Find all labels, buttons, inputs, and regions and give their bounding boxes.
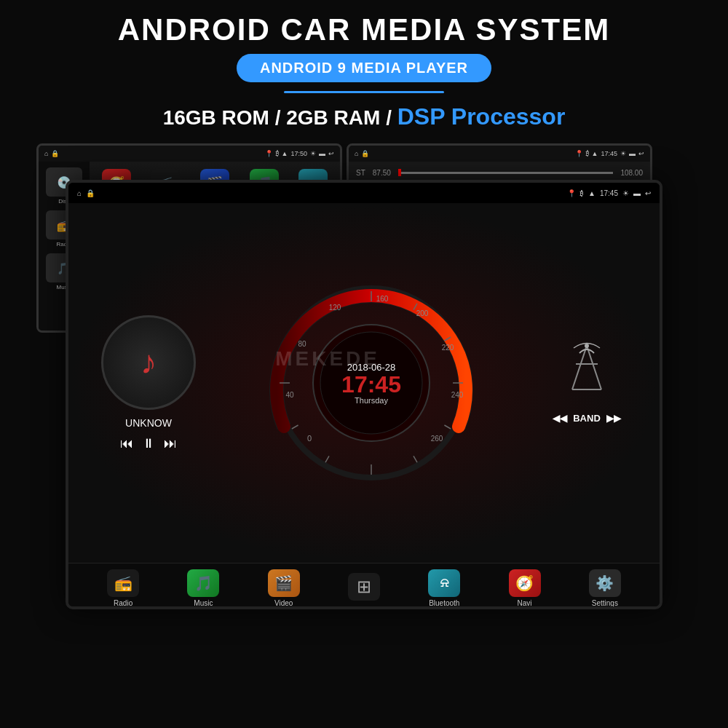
music-right-panel: ◀◀ BAND ▶▶ (514, 203, 660, 563)
svg-line-5 (444, 425, 451, 429)
st-label: ST (356, 169, 365, 177)
main-home-icon: ⌂ (77, 189, 82, 197)
main-battery-icon: ▬ (633, 189, 641, 197)
wifi-icon-r: ▲ (592, 150, 598, 157)
battery-icon-r: ▬ (629, 150, 636, 157)
svg-text:120: 120 (329, 304, 341, 312)
bt-icon: ₿ (276, 150, 279, 157)
back-icon: ↩ (328, 150, 334, 157)
main-time: 17:45 (600, 189, 618, 197)
screens-area: ⌂ 🔒 📍 ₿ ▲ 17:50 ☀ ▬ ↩ 💿 Disc (0, 143, 728, 638)
dsp-text: DSP Processor (397, 103, 566, 130)
main-status-left: ⌂ 🔒 (77, 189, 95, 197)
next-track-icon[interactable]: ⏭ (164, 436, 177, 451)
band-next-icon[interactable]: ▶▶ (606, 413, 621, 424)
right-status-right: 📍 ₿ ▲ 17:45 ☀ ▬ ↩ (575, 150, 644, 157)
time-right: 17:45 (601, 150, 617, 157)
speedometer-center: 0 40 80 120 160 200 220 240 260 2018-06-… (229, 203, 514, 563)
right-status-left: ⌂ 🔒 (355, 150, 369, 157)
speedo-center-text: 2018-06-28 17:45 Thursday (341, 362, 401, 405)
battery-icon: ▬ (319, 150, 325, 157)
speedo-time: 17:45 (341, 373, 401, 396)
signal-tower-icon (565, 342, 609, 402)
svg-line-6 (414, 456, 417, 463)
svg-text:40: 40 (285, 391, 294, 399)
freq-marker (398, 169, 401, 176)
main-back-icon: ↩ (645, 189, 651, 197)
svg-text:220: 220 (442, 344, 454, 352)
home-icon: ⌂ (44, 150, 48, 157)
music-note-icon: ♪ (141, 344, 157, 381)
nav-settings-label: Settings (592, 599, 618, 607)
brightness-icon-r: ☀ (620, 150, 626, 157)
nav-navi-icon: 🧭 (509, 569, 541, 597)
band-text: BAND (573, 413, 601, 424)
nav-navi-label: Navi (518, 599, 532, 607)
nav-navi[interactable]: 🧭 Navi (509, 569, 541, 607)
bottom-nav: 📻 Radio 🎵 Music 🎬 Video ⊞ ⍾ Bluetooth 🧭 (68, 563, 660, 609)
gps-icon-r: 📍 (575, 150, 583, 157)
nav-music-label: Music (194, 599, 213, 607)
track-name: UNKNOW (125, 417, 172, 429)
svg-text:260: 260 (431, 435, 443, 443)
main-wifi-icon: ▲ (588, 189, 596, 197)
main-title: ANDROID CAR MEDIA SYSTEM (7, 13, 721, 47)
nav-bluetooth-label: Bluetooth (429, 599, 459, 607)
band-prev-icon[interactable]: ◀◀ (553, 413, 567, 424)
nav-music[interactable]: 🎵 Music (187, 569, 219, 607)
time-left: 17:50 (290, 150, 307, 157)
nav-bluetooth[interactable]: ⍾ Bluetooth (428, 569, 460, 607)
band-control: ◀◀ BAND ▶▶ (553, 413, 621, 424)
page-header: ANDROID CAR MEDIA SYSTEM ANDROID 9 MEDIA… (0, 0, 728, 143)
svg-point-26 (585, 344, 589, 348)
music-left-panel: ♪ UNKNOW ⏮ ⏸ ⏭ (68, 203, 229, 563)
svg-line-8 (325, 456, 329, 463)
bt-icon-r: ₿ (586, 150, 589, 157)
home-icon-r: ⌂ (355, 150, 358, 157)
nav-radio-icon: 📻 (107, 569, 139, 597)
nav-bluetooth-icon: ⍾ (428, 569, 460, 597)
spec-text: 16GB ROM / 2GB RAM / (163, 106, 397, 129)
main-lock-icon: 🔒 (86, 189, 95, 197)
svg-text:240: 240 (451, 391, 464, 399)
svg-text:200: 200 (416, 309, 429, 317)
nav-apps[interactable]: ⊞ (348, 573, 380, 603)
nav-settings[interactable]: ⚙️ Settings (589, 569, 621, 607)
svg-text:80: 80 (298, 340, 306, 348)
lock-icon-r: 🔒 (361, 150, 369, 157)
back-icon-r: ↩ (638, 150, 644, 157)
left-status-bar: ⌂ 🔒 📍 ₿ ▲ 17:50 ☀ ▬ ↩ (39, 146, 340, 162)
nav-video-label: Video (274, 599, 293, 607)
wifi-icon: ▲ (282, 150, 288, 157)
right-status-bar: ⌂ 🔒 📍 ₿ ▲ 17:45 ☀ ▬ ↩ (349, 146, 650, 162)
brightness-icon: ☀ (310, 150, 316, 157)
prev-track-icon[interactable]: ⏮ (120, 436, 133, 451)
play-pause-icon[interactable]: ⏸ (142, 436, 155, 451)
spec-line: 16GB ROM / 2GB RAM / DSP Processor (7, 100, 721, 138)
lock-icon: 🔒 (51, 150, 59, 157)
nav-radio[interactable]: 📻 Radio (107, 569, 139, 607)
main-gps-icon: 📍 (567, 189, 576, 197)
divider (284, 91, 444, 93)
nav-settings-icon: ⚙️ (589, 569, 621, 597)
nav-radio-label: Radio (114, 599, 132, 607)
nav-video[interactable]: 🎬 Video (268, 569, 300, 607)
main-brightness-icon: ☀ (622, 189, 629, 197)
gps-icon: 📍 (265, 150, 273, 157)
freq-start: 87.50 (373, 169, 391, 177)
main-content: MEKEDE ♪ UNKNOW ⏮ ⏸ ⏭ (68, 203, 660, 563)
left-status-left: ⌂ 🔒 (44, 150, 59, 157)
nav-video-icon: 🎬 (268, 569, 300, 597)
subtitle-badge: ANDROID 9 MEDIA PLAYER (237, 54, 491, 82)
playback-controls: ⏮ ⏸ ⏭ (120, 436, 177, 451)
album-art: ♪ (101, 315, 196, 410)
svg-text:0: 0 (307, 434, 312, 443)
main-status-right: 📍 ₿ ▲ 17:45 ☀ ▬ ↩ (567, 189, 651, 197)
main-status-bar: ⌂ 🔒 📍 ₿ ▲ 17:45 ☀ ▬ ↩ (68, 183, 660, 203)
svg-text:160: 160 (376, 295, 389, 303)
main-screen: ⌂ 🔒 📍 ₿ ▲ 17:45 ☀ ▬ ↩ MEKEDE ♪ UN (66, 180, 662, 609)
nav-music-icon: 🎵 (187, 569, 219, 597)
freq-end: 108.00 (620, 169, 643, 177)
svg-line-9 (292, 425, 298, 429)
main-bt-icon: ₿ (580, 189, 584, 197)
